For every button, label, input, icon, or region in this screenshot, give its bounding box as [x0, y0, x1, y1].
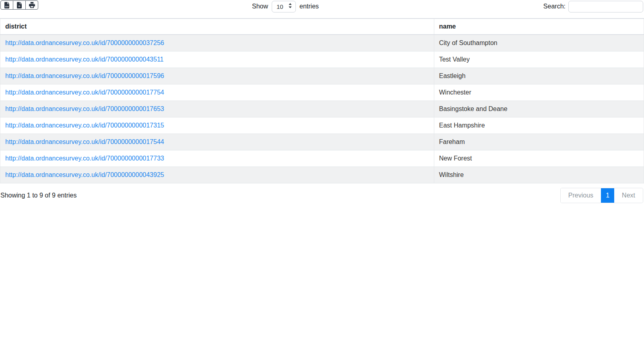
table-row: http://data.ordnancesurvey.co.uk/id/7000… [0, 35, 644, 51]
entries-info: Showing 1 to 9 of 9 entries [0, 192, 76, 199]
printer-icon [29, 2, 35, 8]
pdf-file-icon [17, 2, 22, 8]
search-label: Search: [543, 3, 566, 10]
district-link[interactable]: http://data.ordnancesurvey.co.uk/id/7000… [5, 72, 164, 79]
district-link[interactable]: http://data.ordnancesurvey.co.uk/id/7000… [5, 138, 164, 145]
district-link[interactable]: http://data.ordnancesurvey.co.uk/id/7000… [5, 105, 164, 112]
page-length-select[interactable]: 10 [272, 1, 295, 12]
table-row: http://data.ordnancesurvey.co.uk/id/7000… [0, 84, 644, 101]
next-page-button[interactable]: Next [614, 188, 643, 203]
district-cell: http://data.ordnancesurvey.co.uk/id/7000… [0, 101, 434, 117]
name-cell: Basingstoke and Deane [434, 101, 644, 117]
district-cell: http://data.ordnancesurvey.co.uk/id/7000… [0, 35, 434, 51]
district-cell: http://data.ordnancesurvey.co.uk/id/7000… [0, 134, 434, 150]
page-length-select-wrap: 10 [272, 1, 296, 12]
toolbar: csv Show 10 [0, 0, 644, 18]
export-pdf-button[interactable] [13, 0, 26, 10]
name-cell: Wiltshire [434, 167, 644, 183]
print-button[interactable] [25, 0, 38, 10]
search-input[interactable] [568, 1, 643, 12]
table-row: http://data.ordnancesurvey.co.uk/id/7000… [0, 117, 644, 134]
table-row: http://data.ordnancesurvey.co.uk/id/7000… [0, 134, 644, 150]
district-link[interactable]: http://data.ordnancesurvey.co.uk/id/7000… [5, 56, 163, 63]
table-header-row: district name [0, 19, 644, 35]
district-cell: http://data.ordnancesurvey.co.uk/id/7000… [0, 150, 434, 167]
district-link[interactable]: http://data.ordnancesurvey.co.uk/id/7000… [5, 122, 164, 129]
page-length-control: Show 10 entries [252, 0, 319, 13]
entries-label: entries [299, 3, 319, 10]
name-cell: New Forest [434, 150, 644, 167]
district-link[interactable]: http://data.ordnancesurvey.co.uk/id/7000… [5, 89, 164, 96]
pagination: Previous 1 Next [560, 188, 643, 203]
district-link[interactable]: http://data.ordnancesurvey.co.uk/id/7000… [5, 171, 164, 178]
csv-file-icon: csv [4, 2, 9, 8]
table-row: http://data.ordnancesurvey.co.uk/id/7000… [0, 167, 644, 183]
previous-page-button[interactable]: Previous [561, 188, 601, 203]
table-row: http://data.ordnancesurvey.co.uk/id/7000… [0, 150, 644, 167]
column-header-name[interactable]: name [434, 19, 644, 35]
svg-text:csv: csv [5, 5, 9, 8]
table-row: http://data.ordnancesurvey.co.uk/id/7000… [0, 68, 644, 84]
name-cell: Eastleigh [434, 68, 644, 84]
search-control: Search: [543, 0, 643, 13]
table-header: district name [0, 19, 644, 35]
page-1-button[interactable]: 1 [601, 188, 614, 203]
name-cell: Winchester [434, 84, 644, 101]
export-csv-button[interactable]: csv [0, 0, 13, 10]
table-row: http://data.ordnancesurvey.co.uk/id/7000… [0, 51, 644, 68]
show-label: Show [252, 3, 268, 10]
district-link[interactable]: http://data.ordnancesurvey.co.uk/id/7000… [5, 39, 164, 46]
district-cell: http://data.ordnancesurvey.co.uk/id/7000… [0, 167, 434, 183]
table-footer: Showing 1 to 9 of 9 entries Previous 1 N… [0, 188, 644, 203]
district-cell: http://data.ordnancesurvey.co.uk/id/7000… [0, 51, 434, 68]
table-body: http://data.ordnancesurvey.co.uk/id/7000… [0, 35, 644, 183]
district-cell: http://data.ordnancesurvey.co.uk/id/7000… [0, 117, 434, 134]
name-cell: East Hampshire [434, 117, 644, 134]
district-link[interactable]: http://data.ordnancesurvey.co.uk/id/7000… [5, 155, 164, 162]
name-cell: Test Valley [434, 51, 644, 68]
table-row: http://data.ordnancesurvey.co.uk/id/7000… [0, 101, 644, 117]
results-table: district name http://data.ordnancesurvey… [0, 18, 644, 183]
name-cell: Fareham [434, 134, 644, 150]
name-cell: City of Southampton [434, 35, 644, 51]
district-cell: http://data.ordnancesurvey.co.uk/id/7000… [0, 68, 434, 84]
column-header-district[interactable]: district [0, 19, 434, 35]
export-button-group: csv [0, 0, 38, 10]
district-cell: http://data.ordnancesurvey.co.uk/id/7000… [0, 84, 434, 101]
